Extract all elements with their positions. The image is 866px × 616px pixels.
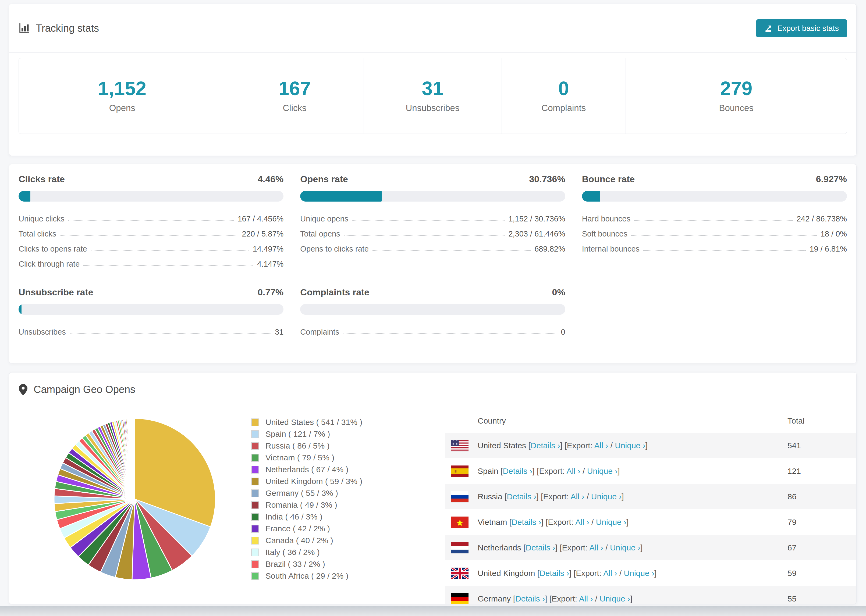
rate-progress-fill: [19, 191, 30, 201]
dotted-leader: [344, 235, 505, 236]
table-row-us: United States [Details ›] [Export: All ›…: [446, 433, 856, 458]
rate-progress-fill: [300, 191, 382, 201]
export-unique-link[interactable]: Unique ›: [615, 441, 645, 450]
legend-swatch: [251, 442, 259, 450]
slash: /: [580, 467, 587, 475]
dotted-leader: [83, 265, 254, 266]
legend-item: Vietnam ( 79 / 5% ): [251, 452, 437, 464]
stat-box-clicks: 167Clicks: [226, 58, 364, 134]
country-total: 541: [780, 441, 856, 450]
rate-detail-label: Complaints: [300, 328, 339, 336]
legend-item: United States ( 541 / 31% ): [251, 416, 437, 428]
country-name: Russia: [478, 492, 502, 501]
legend-label: Italy ( 36 / 2% ): [265, 548, 320, 557]
pie-legend: United States ( 541 / 31% )Spain ( 121 /…: [251, 416, 437, 582]
legend-swatch: [251, 489, 259, 497]
bar-chart-icon: [19, 23, 30, 34]
rate-progress-bar: [19, 191, 283, 201]
rate-progress-fill: [582, 191, 600, 201]
geo-opens-pie-chart: [51, 416, 218, 582]
export-unique-link[interactable]: Unique ›: [587, 467, 617, 475]
bracket: [: [535, 569, 540, 578]
legend-swatch: [251, 525, 259, 533]
bracket: ]: [622, 492, 624, 501]
bracket: [: [526, 441, 531, 450]
geo-opens-card: Campaign Geo Opens United States ( 541 /…: [9, 372, 857, 604]
country-name: United Kingdom: [478, 569, 535, 578]
export-all-link[interactable]: All ›: [594, 441, 608, 450]
bracket: ]: [630, 594, 632, 603]
stat-value: 0: [558, 79, 569, 98]
export-label: ] [Export:: [555, 543, 589, 552]
country-name: United States: [478, 441, 526, 450]
legend-item: Russia ( 86 / 5% ): [251, 440, 437, 452]
slash: /: [603, 543, 610, 552]
stat-label: Unsubscribes: [406, 103, 460, 113]
rate-detail-label: Soft bounces: [582, 229, 627, 238]
export-unique-link[interactable]: Unique ›: [610, 543, 640, 552]
table-row-ru: Russia [Details ›] [Export: All › / Uniq…: [446, 484, 856, 509]
ru-flag-icon: [451, 491, 469, 502]
dotted-leader: [91, 250, 249, 251]
export-unique-link[interactable]: Unique ›: [600, 594, 630, 603]
column-header-country: Country: [446, 416, 780, 426]
rate-title: Clicks rate: [19, 174, 65, 184]
export-label: ] [Export:: [532, 467, 567, 475]
legend-label: Brazil ( 33 / 2% ): [265, 559, 325, 569]
bracket: ]: [646, 441, 648, 450]
details-link[interactable]: Details ›: [507, 492, 536, 501]
rate-detail-value: 19 / 6.81%: [809, 245, 847, 253]
export-unique-link[interactable]: Unique ›: [624, 569, 654, 578]
country-total: 86: [780, 492, 856, 501]
country-name: Netherlands: [478, 543, 521, 552]
details-link[interactable]: Details ›: [503, 467, 532, 475]
rate-title: Unsubscribe rate: [19, 287, 93, 297]
rate-detail-label: Total clicks: [19, 229, 56, 238]
rate-block-bounce-rate: Bounce rate6.927%Hard bounces242 / 86.73…: [582, 174, 847, 272]
export-all-link[interactable]: All ›: [570, 492, 584, 501]
rate-detail-row: Complaints0: [300, 324, 565, 339]
export-all-link[interactable]: All ›: [579, 594, 593, 603]
bracket: [: [511, 594, 515, 603]
rate-detail-label: Clicks to opens rate: [19, 245, 87, 253]
rate-detail-label: Unsubscribes: [19, 328, 66, 336]
details-link[interactable]: Details ›: [540, 569, 569, 578]
legend-swatch: [251, 560, 259, 568]
details-link[interactable]: Details ›: [526, 543, 555, 552]
legend-label: India ( 46 / 3% ): [265, 512, 323, 522]
table-header-row: Country Total: [446, 409, 856, 433]
export-basic-stats-button[interactable]: Export basic stats: [756, 19, 847, 37]
rate-detail-value: 689.82%: [534, 245, 565, 253]
export-label: ] [Export:: [569, 569, 603, 578]
pie-slice: [134, 418, 135, 499]
details-link[interactable]: Details ›: [515, 594, 545, 603]
table-row-gb: United Kingdom [Details ›] [Export: All …: [446, 560, 856, 586]
export-label: ] [Export:: [545, 594, 579, 603]
rate-detail-row: Unsubscribes31: [19, 324, 283, 339]
slash: /: [584, 492, 591, 501]
details-link[interactable]: Details ›: [512, 518, 541, 526]
export-all-link[interactable]: All ›: [603, 569, 617, 578]
export-unique-link[interactable]: Unique ›: [596, 518, 627, 526]
export-all-link[interactable]: All ›: [589, 543, 603, 552]
export-all-link[interactable]: All ›: [575, 518, 589, 526]
table-row-es: Spain [Details ›] [Export: All › / Uniqu…: [446, 458, 856, 484]
export-label: ] [Export:: [541, 518, 575, 526]
rate-progress-bar: [300, 191, 565, 201]
legend-swatch: [251, 478, 259, 486]
rate-progress-fill: [19, 304, 22, 315]
export-all-link[interactable]: All ›: [567, 467, 580, 475]
de-flag-icon: [451, 593, 469, 605]
legend-swatch: [251, 454, 259, 462]
rate-detail-label: Click through rate: [19, 259, 80, 269]
map-marker-icon: [19, 384, 28, 396]
details-link[interactable]: Details ›: [531, 441, 560, 450]
legend-item: India ( 46 / 3% ): [251, 511, 437, 523]
legend-label: Romania ( 49 / 3% ): [265, 500, 337, 509]
legend-swatch: [251, 501, 259, 509]
export-unique-link[interactable]: Unique ›: [591, 492, 622, 501]
rate-title: Opens rate: [300, 174, 348, 184]
rate-detail-row: Soft bounces18 / 0%: [582, 226, 847, 241]
country-name: Vietnam: [478, 518, 507, 526]
rate-detail-label: Opens to clicks rate: [300, 245, 369, 253]
